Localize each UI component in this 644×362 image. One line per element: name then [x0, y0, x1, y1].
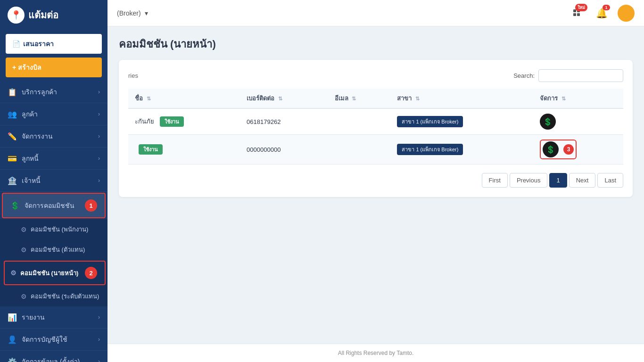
sidebar-label-account: จัดการบัญชีผู้ใช้	[22, 334, 67, 345]
topbar-right: ใหม่ 🔔 1	[569, 5, 635, 22]
branch-badge-1: สาขา 1 (แพ็กเกจ Broker)	[397, 116, 463, 127]
chevron-icon: ›	[98, 133, 100, 140]
creditor-icon: 🏦	[8, 176, 17, 185]
gear-icon: ⚙	[21, 246, 27, 254]
service-icon: 📋	[8, 88, 17, 97]
logo-text: แต้มต่อ	[28, 8, 58, 23]
svg-rect-2	[573, 13, 576, 16]
sidebar-item-service[interactable]: 📋 บริการลูกค้า ›	[0, 81, 107, 103]
status-badge-2: ใช้งาน	[139, 144, 163, 155]
task-icon: ✏️	[8, 132, 17, 141]
topbar: (Broker) ▾ ใหม่ 🔔 1	[107, 0, 644, 26]
status-badge-1: ใช้งาน	[160, 116, 184, 127]
dollar-icon-2: 💲	[546, 145, 555, 154]
search-label: Search:	[513, 72, 535, 79]
doc-icon: 📄	[12, 40, 20, 48]
col-phone: เบอร์ติดต่อ ⇅	[240, 89, 328, 108]
content-area: คอมมิชชัน (นายหน้า) ries Search: ชื่อ ⇅	[107, 26, 644, 344]
gear-icon: ⚙	[21, 226, 27, 233]
settings-icon: ⚙️	[8, 357, 17, 362]
card-top: ries Search:	[128, 69, 623, 82]
table-row: ใช้งาน 0000000000 สาขา 1 (แพ็กเกจ Broker…	[128, 135, 623, 165]
sidebar-item-settings[interactable]: ⚙️ จัดการข้อมูล (ตั้งค่า) ›	[0, 351, 107, 362]
sidebar-item-commission[interactable]: 💲 จัดการคอมมิชชัน 1	[3, 194, 105, 217]
sidebar-subitem-com-broker[interactable]: ⚙ คอมมิชชัน (นายหน้า) 2	[5, 262, 105, 284]
sidebar-item-creditor[interactable]: 🏦 เจ้าหนี้ ›	[0, 170, 107, 192]
next-button[interactable]: Next	[569, 173, 596, 188]
sidebar-item-customer[interactable]: 👥 ลูกค้า ›	[0, 103, 107, 125]
grid-button[interactable]: ใหม่	[569, 5, 586, 22]
chevron-icon: ›	[98, 336, 100, 343]
notification-button[interactable]: 🔔 1	[593, 5, 610, 22]
debt-icon: 💳	[8, 154, 17, 163]
report-icon: 📊	[8, 313, 17, 322]
sidebar-item-report[interactable]: 📊 รายงาน ›	[0, 306, 107, 329]
sidebar-label-commission: จัดการคอมมิชชัน	[25, 200, 74, 211]
cell-name-2: ใช้งาน	[128, 135, 240, 165]
grid-badge: ใหม่	[575, 4, 587, 11]
sort-icon-email[interactable]: ⇅	[352, 96, 356, 101]
cell-phone-1: 0618179262	[240, 108, 328, 135]
sidebar: 📍 แต้มต่อ 📄 เสนอราคา + สร้างบิล 📋 บริการ…	[0, 0, 107, 362]
last-button[interactable]: Last	[597, 173, 623, 188]
current-page-button[interactable]: 1	[549, 173, 567, 188]
col-branch: สาขา ⇅	[390, 89, 533, 108]
pagination: First Previous 1 Next Last	[128, 173, 623, 188]
action-button-1[interactable]: 💲	[540, 114, 556, 130]
chevron-icon: ›	[98, 155, 100, 162]
gear-icon: ⚙	[10, 269, 17, 277]
sidebar-subitem-com-level[interactable]: ⚙ คอมมิชชัน (ระดับตัวแทน)	[0, 286, 107, 306]
sidebar-item-account[interactable]: 👤 จัดการบัญชีผู้ใช้ ›	[0, 329, 107, 351]
sort-icon-phone[interactable]: ⇅	[278, 96, 282, 101]
customer-icon: 👥	[8, 110, 17, 119]
annotation-2: 2	[85, 267, 97, 279]
table-row: ะกันภัย ใช้งาน 0618179262 สาขา 1 (แพ็กเก…	[128, 108, 623, 135]
chevron-icon: ›	[98, 177, 100, 184]
search-row: Search:	[513, 69, 623, 82]
cell-action-2: 💲 3	[533, 135, 623, 165]
sort-icon-branch[interactable]: ⇅	[415, 96, 420, 101]
topbar-left: (Broker) ▾	[117, 9, 148, 17]
sidebar-label-debt: ลูกหนี้	[22, 153, 39, 164]
footer: All Rights Reserved by Tamto.	[107, 344, 644, 362]
sidebar-label-task: จัดการงาน	[22, 131, 53, 141]
notification-badge: 1	[603, 5, 610, 10]
sidebar-label-customer: ลูกค้า	[22, 109, 38, 119]
cell-branch-1: สาขา 1 (แพ็กเกจ Broker)	[390, 108, 533, 135]
cell-branch-2: สาขา 1 (แพ็กเกจ Broker)	[390, 135, 533, 165]
action-button-2[interactable]: 💲	[543, 141, 559, 157]
logo-icon: 📍	[8, 7, 25, 24]
search-input[interactable]	[538, 69, 623, 82]
breadcrumb-broker: (Broker)	[117, 9, 141, 17]
previous-button[interactable]: Previous	[510, 173, 548, 188]
sort-icon-name[interactable]: ⇅	[147, 96, 151, 101]
cell-name-1: ะกันภัย ใช้งาน	[128, 108, 240, 135]
chevron-icon: ›	[98, 89, 100, 95]
cell-phone-2: 0000000000	[240, 135, 328, 165]
sidebar-logo: 📍 แต้มต่อ	[0, 0, 107, 30]
gear-icon: ⚙	[21, 293, 27, 300]
sidebar-label-service: บริการลูกค้า	[22, 87, 57, 97]
sidebar-item-debt[interactable]: 💳 ลูกหนี้ ›	[0, 148, 107, 170]
account-icon: 👤	[8, 335, 17, 344]
sidebar-subitem-com-agent[interactable]: ⚙ คอมมิชชัน (ตัวแทน)	[0, 239, 107, 260]
dollar-icon-1: 💲	[543, 117, 553, 126]
sidebar-subitem-com-staff[interactable]: ⚙ คอมมิชชัน (พนักงาน)	[0, 219, 107, 239]
chevron-icon: ›	[98, 111, 100, 117]
commission-section-wrapper: 💲 จัดการคอมมิชชัน 1	[2, 193, 106, 218]
breadcrumb-dropdown-icon[interactable]: ▾	[145, 9, 148, 17]
svg-rect-3	[577, 13, 580, 16]
user-avatar[interactable]	[618, 5, 635, 22]
col-email: อีเมล ⇅	[328, 89, 391, 108]
first-button[interactable]: First	[482, 173, 508, 188]
annotation-1: 1	[85, 199, 97, 212]
branch-badge-2: สาขา 1 (แพ็กเกจ Broker)	[397, 144, 463, 155]
cell-email-1	[328, 108, 391, 135]
sidebar-label-creditor: เจ้าหนี้	[22, 175, 41, 186]
main-card: ries Search: ชื่อ ⇅ เบอร์ติดต่อ ⇅	[119, 60, 633, 197]
main-area: (Broker) ▾ ใหม่ 🔔 1 คอมมิชชัน (นายหน้า)	[107, 0, 644, 362]
create-bill-button[interactable]: + สร้างบิล	[6, 58, 102, 77]
sort-icon-action[interactable]: ⇅	[561, 96, 566, 101]
quote-button[interactable]: 📄 เสนอราคา	[6, 34, 102, 54]
sidebar-item-task[interactable]: ✏️ จัดการงาน ›	[0, 125, 107, 148]
